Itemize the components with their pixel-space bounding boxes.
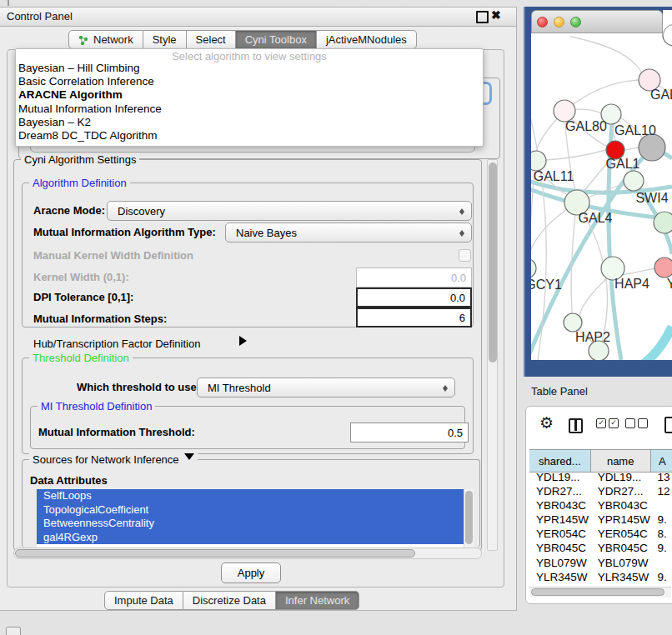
background-window-fragment [663,10,672,33]
close-icon[interactable]: ✖ [491,8,501,22]
algorithm-option[interactable]: Bayesian – K2 [18,116,480,129]
network-edge[interactable] [531,209,567,259]
column-header[interactable]: shared... [529,450,591,472]
network-edge[interactable] [564,80,639,111]
aracne-mode-label: Aracne Mode: [33,204,105,217]
network-edge[interactable] [546,150,606,160]
table-row[interactable]: YPR145WYPR145W9. [529,513,672,528]
algorithm-option[interactable]: Mutual Information Inference [18,102,480,116]
table-cell: YBL079W [591,557,651,571]
tab-discretize-data[interactable]: Discretize Data [183,591,276,610]
node-label: GAL4 [579,211,613,225]
network-graph: GALGAL80GAL10GAL1GAL11SWI4GAL4GCY1HAP4YH… [531,33,672,360]
tab-impute-data[interactable]: Impute Data [104,591,183,610]
dpi-tolerance-field[interactable] [356,288,472,308]
mi-steps-field[interactable] [356,308,472,328]
columns-icon[interactable] [569,418,583,433]
network-edge[interactable] [622,268,655,275]
mi-type-label: Mutual Information Algorithm Type: [33,226,216,238]
aracne-mode-value: Discovery [118,205,165,218]
close-traffic-light-icon[interactable] [537,17,548,28]
table-cell: 12 [650,485,672,499]
settings-horizontal-scrollbar-thumb[interactable] [15,549,415,558]
network-node[interactable] [531,151,546,171]
column-header[interactable]: name [591,450,651,472]
apply-button[interactable]: Apply [221,562,281,583]
background-node-arc [663,24,672,33]
network-window-titlebar[interactable] [531,10,663,33]
attribute-item-selected[interactable]: BetweennessCentrality [37,517,474,531]
spinner-arrows-icon [459,205,465,218]
tab-select[interactable]: Select [187,30,236,49]
tab-cyni-toolbox[interactable]: Cyni Toolbox [236,30,317,49]
network-icon [78,34,89,46]
float-window-icon[interactable] [476,11,489,23]
table-row[interactable]: YLR345WYLR345W9. [529,571,672,585]
dpi-tolerance-label: DPI Tolerance [0,1]: [33,291,133,303]
tab-network[interactable]: Network [68,30,143,49]
table-row[interactable]: YER054CYER054C8. [529,528,672,542]
network-edge[interactable] [570,37,642,73]
network-node[interactable] [624,171,644,191]
node-label: GAL1 [606,157,640,171]
attribute-item-selected[interactable]: SelfLoops [37,489,474,503]
node-label: GAL11 [534,169,574,183]
export-table-icon[interactable] [664,417,672,433]
table-row[interactable]: YBR043CYBR043C [529,499,672,513]
network-node[interactable] [531,258,536,278]
algorithm-option[interactable]: ARACNE Algorithm [18,88,480,102]
table-cell: 9. [650,571,672,585]
network-node[interactable] [663,33,672,46]
table-row[interactable]: YDL19...YDL19...13 [529,471,672,485]
network-edge[interactable] [642,327,672,360]
algorithm-option[interactable]: Bayesian – Hill Climbing [18,62,480,75]
network-view-canvas[interactable]: GALGAL80GAL10GAL1GAL11SWI4GAL4GCY1HAP4YH… [531,33,672,360]
table-cell: 13 [650,471,672,485]
mi-type-combo[interactable]: Naive Bayes [225,222,472,242]
algorithm-option[interactable]: Basic Correlation Inference [18,75,480,88]
control-panel-window: Control Panel ✖ NetworkStyleSelectCyni T… [0,7,517,611]
manual-kernel-checkbox[interactable] [459,249,471,262]
hide-columns-icon[interactable] [625,418,648,428]
clipped-corner-icon[interactable] [6,627,21,635]
table-rows: YDL19...YDL19...13YDR27...YDR27...12YBR0… [529,471,672,587]
show-columns-icon[interactable]: ✓✓ [596,418,619,428]
screen: Control Panel ✖ NetworkStyleSelectCyni T… [0,0,672,635]
mi-threshold-definition-title: MI Threshold Definition [38,400,155,412]
hub-definition-label[interactable]: Hub/Transcription Factor Definition [33,338,200,350]
which-threshold-label: Which threshold to use: [77,381,200,393]
sources-group-title: Sources for Network Inference [29,453,198,466]
expand-right-icon[interactable] [239,336,252,346]
tab-jactivemnodules[interactable]: jActiveMNodules [317,30,417,49]
attribute-item-selected[interactable]: gal4RGexp [37,531,474,545]
table-row[interactable]: YBL079WYBL079W [529,557,672,571]
table-row[interactable]: YDR27...YDR27...12 [529,485,672,499]
attribute-item-selected[interactable]: TopologicalCoefficient [37,503,474,518]
network-node[interactable] [564,313,582,332]
attributes-scrollbar-thumb[interactable] [465,491,473,544]
network-node[interactable] [654,258,672,278]
settings-vertical-scrollbar-thumb[interactable] [489,162,497,362]
collapse-down-icon[interactable] [184,453,194,465]
tab-style[interactable]: Style [143,30,187,49]
algorithm-option[interactable]: Dream8 DC_TDC Algorithm [18,129,480,142]
table-panel-window: ⚙ ✓✓ shared...nameA YDL19...YDL19...13YD… [525,406,672,604]
mi-threshold-field[interactable] [350,422,469,442]
table-cell: YBL079W [529,557,591,571]
minimize-traffic-light-icon[interactable] [554,17,564,28]
network-edge[interactable] [579,278,607,315]
gear-icon[interactable]: ⚙ [539,413,554,432]
table-cell [650,499,672,513]
table-row[interactable]: YBR045CYBR045C9. [529,542,672,556]
table-cell: YBR045C [529,542,591,556]
tab-infer-network[interactable]: Infer Network [276,591,359,610]
network-node[interactable] [654,212,672,233]
table-horizontal-scrollbar-thumb[interactable] [531,588,664,596]
which-threshold-combo[interactable]: MI Threshold [197,378,455,398]
zoom-traffic-light-icon[interactable] [570,17,581,28]
kernel-width-field[interactable] [356,268,472,288]
network-node[interactable] [639,134,665,161]
network-edge[interactable] [624,148,639,150]
aracne-mode-combo[interactable]: Discovery [107,201,472,221]
column-header[interactable]: A [651,450,672,472]
